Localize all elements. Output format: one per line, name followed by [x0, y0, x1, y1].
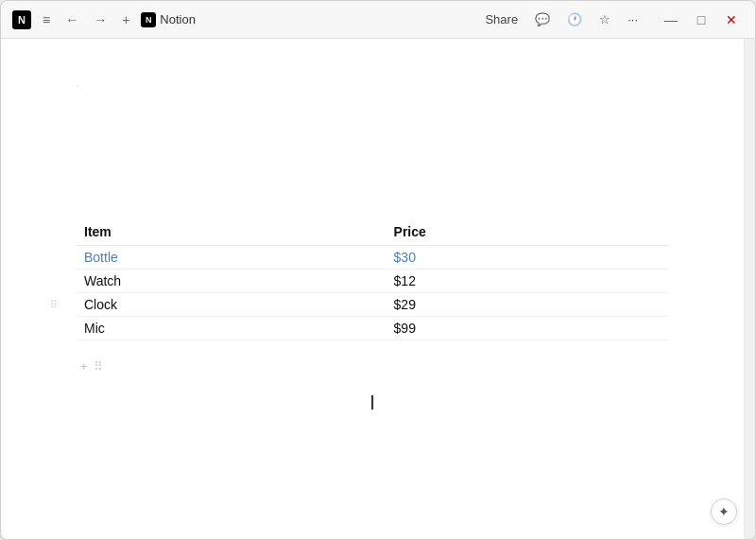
- minimize-button[interactable]: —: [659, 8, 683, 32]
- scrollbar[interactable]: [744, 39, 755, 539]
- header-row: Item Price: [77, 218, 668, 246]
- back-button[interactable]: ←: [61, 10, 82, 29]
- notion-table: Item Price Bottle $30 Watch: [77, 218, 668, 340]
- app-window: N ≡ ← → + N Notion Share 💬: [0, 0, 756, 540]
- page-title: Notion: [160, 12, 196, 26]
- header-price: Price: [387, 218, 668, 246]
- notion-icon: N: [12, 10, 31, 29]
- row-item: Watch: [77, 270, 387, 293]
- star-button[interactable]: ☆: [593, 9, 616, 29]
- table-row: Mic $99: [77, 317, 668, 340]
- cursor-area[interactable]: I: [77, 374, 668, 432]
- row-price: $30: [387, 246, 668, 270]
- row-handle: ⠿: [50, 299, 58, 311]
- bottom-action-button[interactable]: ✦: [711, 498, 737, 525]
- titlebar: N ≡ ← → + N Notion Share 💬: [1, 1, 755, 39]
- dot-marker: .: [77, 77, 668, 190]
- table-body: Bottle $30 Watch $12 ⠿ Clock: [77, 246, 668, 340]
- row-item: Bottle: [77, 246, 387, 270]
- table-wrapper: Item Price Bottle $30 Watch: [77, 218, 668, 374]
- row-price: $29: [387, 293, 668, 317]
- titlebar-right: Share 💬 🕐 ☆ ···: [479, 9, 644, 29]
- minimize-icon: —: [664, 12, 678, 27]
- new-tab-button[interactable]: +: [118, 10, 133, 29]
- menu-icon: ≡: [43, 12, 50, 27]
- page-content[interactable]: . Item Price Bottle: [1, 39, 744, 539]
- history-button[interactable]: 🕐: [561, 9, 588, 29]
- back-icon: ←: [65, 12, 78, 27]
- close-button[interactable]: ✕: [719, 8, 744, 32]
- star-icon: ☆: [599, 12, 610, 26]
- forward-icon: →: [94, 12, 107, 27]
- row-item: ⠿ Clock: [77, 293, 387, 317]
- plus-icon: +: [122, 12, 129, 27]
- maximize-icon: □: [697, 12, 705, 27]
- add-row-controls: + ⠿: [77, 359, 668, 374]
- row-item: Mic: [77, 317, 387, 340]
- row-price: $12: [387, 270, 668, 293]
- comment-button[interactable]: 💬: [529, 9, 556, 29]
- table-row: ⠿ Clock $29: [77, 293, 668, 317]
- close-icon: ✕: [726, 12, 737, 27]
- share-button[interactable]: Share: [479, 9, 524, 29]
- text-cursor: I: [369, 392, 375, 413]
- titlebar-left: N ≡ ← → + N Notion: [12, 10, 196, 29]
- more-icon: ···: [627, 12, 638, 26]
- forward-button[interactable]: →: [90, 10, 111, 29]
- table-row: Watch $12: [77, 270, 668, 293]
- history-icon: 🕐: [567, 12, 582, 26]
- window-controls: — □ ✕: [659, 8, 744, 32]
- sparkle-icon: ✦: [718, 504, 730, 519]
- tab-notion-icon: N: [141, 12, 156, 27]
- comment-icon: 💬: [535, 12, 550, 26]
- header-item: Item: [77, 218, 387, 246]
- menu-button[interactable]: ≡: [39, 10, 54, 29]
- content-area: . Item Price Bottle: [1, 39, 755, 539]
- add-row-plus-icon[interactable]: +: [80, 359, 88, 374]
- row-price: $99: [387, 317, 668, 340]
- dot: .: [77, 77, 79, 90]
- maximize-button[interactable]: □: [689, 8, 713, 32]
- table-row: Bottle $30: [77, 246, 668, 270]
- add-row-drag-icon: ⠿: [94, 359, 103, 374]
- more-button[interactable]: ···: [622, 9, 644, 29]
- table-header: Item Price: [77, 218, 668, 246]
